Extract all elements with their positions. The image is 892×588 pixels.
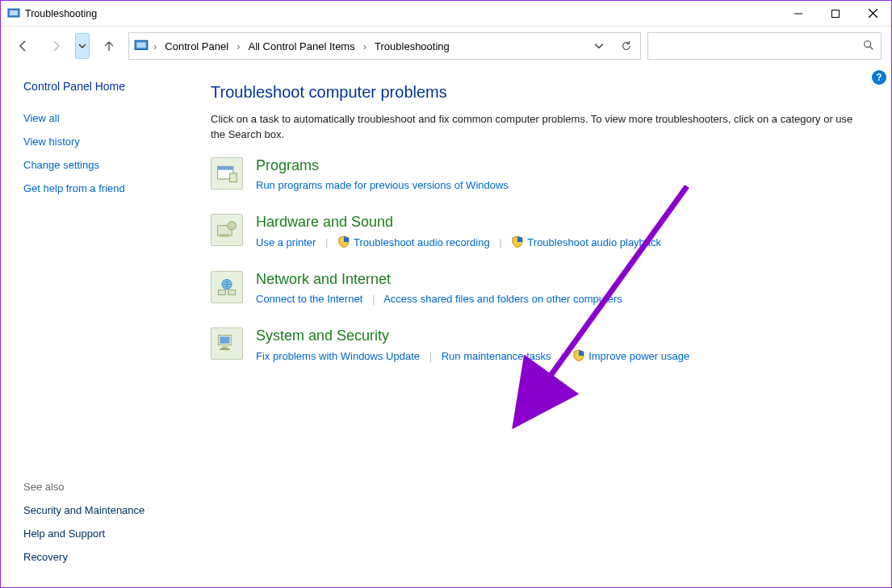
help-button[interactable]: ? <box>872 70 886 85</box>
chevron-right-icon[interactable]: › <box>152 40 158 52</box>
link-separator: | <box>560 350 563 362</box>
link-use-printer[interactable]: Use a printer <box>256 236 316 248</box>
svg-rect-1 <box>10 10 18 15</box>
shield-icon <box>511 236 524 248</box>
app-icon <box>7 7 20 20</box>
sidebar: Control Panel Home View all View history… <box>1 65 203 588</box>
main-content: ? Troubleshoot computer problems Click o… <box>203 65 891 588</box>
svg-rect-17 <box>222 346 228 348</box>
sidebar-link-view-all[interactable]: View all <box>23 112 180 124</box>
category-hardware-sound: Hardware and Sound Use a printer | Troub… <box>211 214 869 248</box>
sidebar-link-change-settings[interactable]: Change settings <box>23 159 180 171</box>
page-intro: Click on a task to automatically trouble… <box>211 112 869 143</box>
link-separator: | <box>372 293 375 305</box>
link-separator: | <box>429 350 432 362</box>
link-run-previous-versions[interactable]: Run programs made for previous versions … <box>256 179 509 191</box>
see-also-help-support[interactable]: Help and Support <box>23 528 180 540</box>
link-audio-playback[interactable]: Troubleshoot audio playback <box>527 236 661 248</box>
svg-rect-16 <box>220 336 229 344</box>
link-power-usage[interactable]: Improve power usage <box>588 350 689 362</box>
recent-locations-button[interactable] <box>75 33 90 59</box>
link-separator: | <box>499 236 501 248</box>
search-box[interactable] <box>647 32 882 60</box>
sidebar-link-view-history[interactable]: View history <box>23 136 180 148</box>
location-icon <box>134 39 149 53</box>
hardware-icon <box>211 214 243 246</box>
svg-rect-8 <box>230 173 237 182</box>
link-separator: | <box>325 236 328 248</box>
sidebar-link-get-help[interactable]: Get help from a friend <box>23 182 180 194</box>
breadcrumb-segment[interactable]: Control Panel <box>161 40 232 52</box>
svg-rect-13 <box>219 290 226 294</box>
link-connect-internet[interactable]: Connect to the Internet <box>256 293 362 305</box>
breadcrumb-segment[interactable]: Troubleshooting <box>371 40 453 52</box>
chevron-right-icon[interactable]: › <box>362 40 368 52</box>
link-access-shared[interactable]: Access shared files and folders on other… <box>383 293 622 305</box>
network-icon <box>211 271 243 303</box>
refresh-button[interactable] <box>613 33 640 59</box>
svg-rect-11 <box>220 234 229 237</box>
minimize-button[interactable] <box>780 1 817 27</box>
titlebar: Troubleshooting <box>1 1 891 27</box>
category-network-internet: Network and Internet Connect to the Inte… <box>211 271 869 305</box>
category-programs: Programs Run programs made for previous … <box>211 157 869 191</box>
link-maintenance-tasks[interactable]: Run maintenance tasks <box>442 350 551 362</box>
address-history-button[interactable] <box>585 33 613 59</box>
see-also-label: See also <box>23 481 180 493</box>
svg-rect-18 <box>220 348 229 350</box>
shield-icon <box>337 236 350 248</box>
shield-icon <box>572 349 585 362</box>
svg-point-10 <box>228 221 237 230</box>
close-button[interactable] <box>854 1 891 27</box>
control-panel-home-link[interactable]: Control Panel Home <box>23 80 180 93</box>
svg-point-5 <box>865 40 871 47</box>
svg-rect-14 <box>228 290 236 294</box>
link-windows-update[interactable]: Fix problems with Windows Update <box>256 350 420 362</box>
see-also-recovery[interactable]: Recovery <box>23 551 180 563</box>
system-icon <box>211 327 243 360</box>
page-heading: Troubleshoot computer problems <box>211 83 869 102</box>
address-bar[interactable]: › Control Panel › All Control Panel Item… <box>128 32 641 60</box>
see-also-section: See also Security and Maintenance Help a… <box>23 481 180 574</box>
up-button[interactable] <box>96 33 122 59</box>
category-title[interactable]: Network and Internet <box>256 271 869 288</box>
maximize-button[interactable] <box>817 1 854 27</box>
category-title[interactable]: System and Security <box>256 327 869 344</box>
category-title[interactable]: Programs <box>256 157 869 174</box>
category-system-security: System and Security Fix problems with Wi… <box>211 327 869 362</box>
window-title: Troubleshooting <box>25 8 97 19</box>
chevron-right-icon[interactable]: › <box>235 40 241 52</box>
breadcrumb-segment[interactable]: All Control Panel Items <box>245 40 358 52</box>
navigation-bar: › Control Panel › All Control Panel Item… <box>1 27 891 65</box>
svg-rect-4 <box>136 43 145 48</box>
search-icon[interactable] <box>863 40 874 53</box>
svg-rect-2 <box>832 10 840 17</box>
svg-rect-7 <box>218 166 233 169</box>
programs-icon <box>211 157 243 190</box>
search-input[interactable] <box>655 40 863 53</box>
forward-button[interactable] <box>43 33 69 59</box>
category-title[interactable]: Hardware and Sound <box>256 214 869 231</box>
link-audio-recording[interactable]: Troubleshoot audio recording <box>354 236 490 248</box>
back-button[interactable] <box>10 33 36 59</box>
see-also-security-maintenance[interactable]: Security and Maintenance <box>23 504 180 516</box>
